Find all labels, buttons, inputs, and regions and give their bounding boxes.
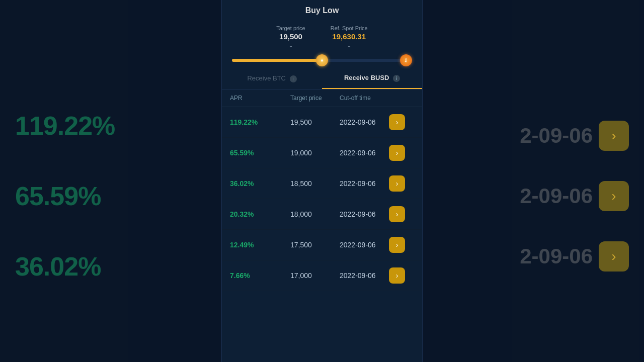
row-arrow-button[interactable]: › <box>389 206 405 222</box>
receive-busd-button[interactable]: Receive BUSD i <box>322 68 422 89</box>
page-title: Buy Low <box>230 6 414 20</box>
apr-value: 20.32% <box>230 210 290 218</box>
apr-value: 119.22% <box>230 118 290 126</box>
price-row: Target price 19,500 ⌄ Ref. Spot Price 19… <box>222 20 422 51</box>
target-price-cell: 18,000 <box>290 210 340 218</box>
ref-chevron-icon[interactable]: ⌄ <box>347 42 352 49</box>
target-price-col: Target price 19,500 ⌄ <box>276 25 305 49</box>
col-action-header <box>389 95 414 102</box>
bg-apr-2: 65.59% <box>15 181 115 211</box>
bg-date-3: 2-09-06 <box>520 244 593 268</box>
row-arrow-button[interactable]: › <box>389 114 405 130</box>
target-price-value: 19,500 <box>279 32 302 41</box>
row-arrow-button[interactable]: › <box>389 145 405 161</box>
cutoff-date-cell: 2022-09-06 <box>340 149 389 157</box>
bg-arrow-2: › <box>599 181 629 211</box>
background-right: 2-09-06 › 2-09-06 › 2-09-06 › <box>423 0 644 362</box>
ref-price-label: Ref. Spot Price <box>331 25 368 31</box>
col-target-header: Target price <box>290 95 340 102</box>
cutoff-date-cell: 2022-09-06 <box>340 210 389 218</box>
slider-area[interactable]: ★ ₿ <box>222 51 422 68</box>
bg-arrow-1: › <box>599 121 629 151</box>
slider-thumb-right[interactable]: ₿ <box>400 54 412 66</box>
slider-thumb-left[interactable]: ★ <box>316 54 328 66</box>
target-price-cell: 17,500 <box>290 241 340 249</box>
table-row: 65.59% 19,000 2022-09-06 › <box>222 138 422 168</box>
header: Buy Low <box>222 0 422 20</box>
target-price-cell: 17,000 <box>290 272 340 280</box>
ref-price-value: 19,630.31 <box>332 32 366 41</box>
table-row: 20.32% 18,000 2022-09-06 › <box>222 199 422 230</box>
row-arrow-button[interactable]: › <box>389 237 405 253</box>
target-price-cell: 18,500 <box>290 179 340 188</box>
table-header: APR Target price Cut-off time <box>222 89 422 107</box>
apr-value: 12.49% <box>230 241 290 249</box>
bg-apr-1: 119.22% <box>15 111 115 141</box>
table-body: 119.22% 19,500 2022-09-06 › 65.59% 19,00… <box>222 107 422 362</box>
cutoff-date-cell: 2022-09-06 <box>340 241 389 249</box>
receive-btc-button[interactable]: Receive BTC i <box>222 68 322 89</box>
cutoff-date-cell: 2022-09-06 <box>340 118 389 126</box>
main-panel: Buy Low Target price 19,500 ⌄ Ref. Spot … <box>221 0 423 362</box>
toggle-row: Receive BTC i Receive BUSD i <box>222 68 422 89</box>
cutoff-date-cell: 2022-09-06 <box>340 272 389 280</box>
bg-apr-3: 36.02% <box>15 251 115 282</box>
btc-info-icon[interactable]: i <box>290 75 297 82</box>
col-cutoff-header: Cut-off time <box>340 95 389 102</box>
ref-price-col: Ref. Spot Price 19,630.31 ⌄ <box>331 25 368 49</box>
background-left: 119.22% 65.59% 36.02% <box>0 0 221 362</box>
table-row: 12.49% 17,500 2022-09-06 › <box>222 230 422 260</box>
busd-info-icon[interactable]: i <box>393 75 400 82</box>
cutoff-date-cell: 2022-09-06 <box>340 179 389 188</box>
bg-date-1: 2-09-06 <box>520 124 593 148</box>
apr-value: 36.02% <box>230 179 290 188</box>
slider-track: ★ ₿ <box>232 59 412 62</box>
table-row: 119.22% 19,500 2022-09-06 › <box>222 107 422 138</box>
bg-date-2: 2-09-06 <box>520 184 593 208</box>
bg-arrow-3: › <box>599 241 629 272</box>
table-row: 36.02% 18,500 2022-09-06 › <box>222 168 422 199</box>
row-arrow-button[interactable]: › <box>389 267 405 284</box>
table-row: 7.66% 17,000 2022-09-06 › <box>222 260 422 291</box>
row-arrow-button[interactable]: › <box>389 175 405 192</box>
slider-fill <box>232 59 322 62</box>
target-chevron-icon[interactable]: ⌄ <box>288 42 293 49</box>
target-price-cell: 19,500 <box>290 118 340 126</box>
apr-value: 7.66% <box>230 272 290 280</box>
target-price-label: Target price <box>276 25 305 31</box>
target-price-cell: 19,000 <box>290 149 340 157</box>
col-apr-header: APR <box>230 95 290 102</box>
apr-value: 65.59% <box>230 149 290 157</box>
